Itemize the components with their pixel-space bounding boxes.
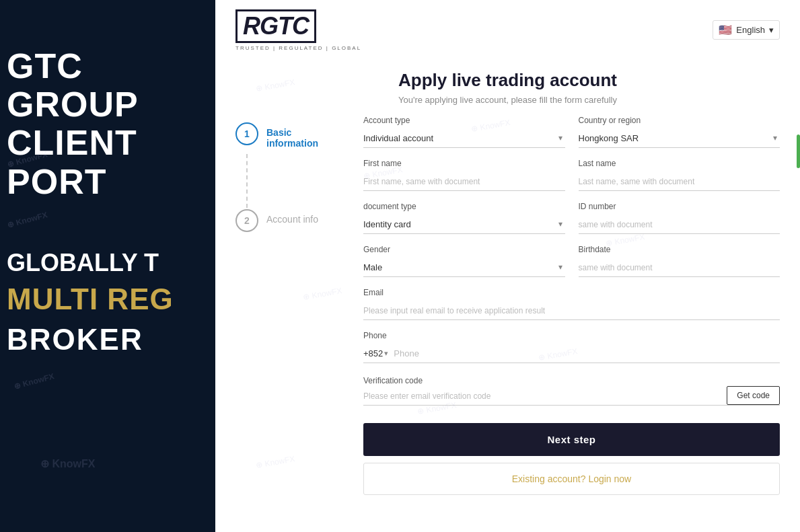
email-group: Email	[363, 288, 780, 320]
phone-field-wrapper: Phone +852 ▾	[363, 331, 780, 363]
id-number-group: ID number	[579, 202, 780, 234]
gender-label: Gender	[363, 245, 565, 254]
row-email: Email	[363, 288, 780, 320]
get-code-button[interactable]: Get code	[727, 386, 780, 405]
birthdate-label: Birthdate	[579, 245, 780, 254]
row-account-country: Account type Individual account Country …	[363, 116, 780, 148]
last-name-group: Last name	[579, 159, 780, 191]
step-connector	[246, 154, 248, 208]
step-1-label: Basic information	[266, 122, 343, 149]
first-name-input[interactable]	[363, 172, 565, 191]
verification-row: Get code	[363, 386, 780, 406]
first-name-group: First name	[363, 159, 565, 191]
logo-container: RGTC TRUSTED | REGULATED | GLOBAL	[235, 9, 361, 51]
bg-title-gtc: GTC GROUP CLIENT PORT	[7, 47, 215, 201]
bg-broker: BROKER	[7, 323, 143, 356]
bg-globally: GLOBALLY T	[7, 249, 159, 277]
country-region-select-wrapper[interactable]: Hongkong SAR	[579, 129, 780, 148]
phone-input[interactable]	[394, 344, 780, 363]
document-type-select[interactable]: Identity card	[363, 215, 565, 234]
phone-code-chevron-icon: ▾	[384, 349, 388, 358]
id-number-input[interactable]	[579, 215, 780, 234]
document-type-select-wrapper[interactable]: Identity card	[363, 215, 565, 234]
language-label: English	[736, 25, 765, 35]
row-gender-birth: Gender Male Birthdate	[363, 245, 780, 277]
country-region-select[interactable]: Hongkong SAR	[579, 129, 780, 148]
birthdate-group: Birthdate	[579, 245, 780, 277]
phone-code-wrapper[interactable]: +852 ▾	[363, 348, 388, 363]
verification-code-label: Verification code	[363, 376, 423, 385]
language-selector[interactable]: 🇺🇸 English ▾	[713, 20, 780, 40]
verification-code-input[interactable]	[363, 387, 720, 405]
row-document-id: document type Identity card ID number	[363, 202, 780, 234]
last-name-label: Last name	[579, 159, 780, 168]
account-type-label: Account type	[363, 116, 565, 125]
step-1-circle: 1	[235, 122, 258, 145]
country-region-group: Country or region Hongkong SAR	[579, 116, 780, 148]
phone-label: Phone	[363, 331, 780, 340]
gender-group: Gender Male	[363, 245, 565, 277]
account-type-select-wrapper[interactable]: Individual account	[363, 129, 565, 148]
existing-account-button[interactable]: Existing account? Login now	[363, 463, 780, 495]
chevron-down-icon: ▾	[769, 25, 774, 35]
country-region-label: Country or region	[579, 116, 780, 125]
id-number-label: ID number	[579, 202, 780, 211]
step-2-circle: 2	[235, 209, 258, 232]
form-subtitle: You're applying live account, please fil…	[235, 95, 780, 105]
step-2-item: 2 Account info	[235, 209, 343, 232]
form-title: Apply live trading account	[235, 70, 780, 91]
gender-select[interactable]: Male	[363, 258, 565, 277]
logo-text: RGTC	[235, 9, 316, 43]
first-name-label: First name	[363, 159, 565, 168]
email-input[interactable]	[363, 301, 780, 320]
lang-flag-icon: 🇺🇸	[719, 24, 732, 36]
birthdate-input[interactable]	[579, 258, 780, 277]
phone-row: +852 ▾	[363, 344, 780, 363]
top-bar: RGTC TRUSTED | REGULATED | GLOBAL 🇺🇸 Eng…	[215, 0, 800, 58]
account-type-group: Account type Individual account	[363, 116, 565, 148]
gender-select-wrapper[interactable]: Male	[363, 258, 565, 277]
step-1-item: 1 Basic information	[235, 122, 343, 149]
logo-tagline: TRUSTED | REGULATED | GLOBAL	[235, 45, 361, 51]
next-step-button[interactable]: Next step	[363, 423, 780, 456]
fields-area: Account type Individual account Country …	[363, 116, 780, 495]
document-type-group: document type Identity card	[363, 202, 565, 234]
background-text-group: GTC GROUP CLIENT PORT GLOBALLY T MULTI R…	[0, 0, 215, 532]
row-names: First name Last name	[363, 159, 780, 191]
last-name-input[interactable]	[579, 172, 780, 191]
scroll-indicator[interactable]	[797, 135, 800, 168]
step-2-label: Account info	[266, 209, 318, 225]
bg-multi: MULTI REG	[7, 282, 174, 316]
steps-sidebar: 1 Basic information 2 Account info	[235, 116, 343, 495]
email-label: Email	[363, 288, 780, 297]
row-phone: Phone +852 ▾	[363, 331, 780, 363]
document-type-label: document type	[363, 202, 565, 211]
content-area: 1 Basic information 2 Account info Accou…	[215, 116, 800, 495]
phone-code: +852	[363, 348, 383, 358]
verification-code-section: Verification code Get code	[363, 374, 780, 406]
account-type-select[interactable]: Individual account	[363, 129, 565, 148]
form-title-area: Apply live trading account You're applyi…	[215, 58, 800, 116]
form-panel: RGTC TRUSTED | REGULATED | GLOBAL 🇺🇸 Eng…	[215, 0, 800, 532]
